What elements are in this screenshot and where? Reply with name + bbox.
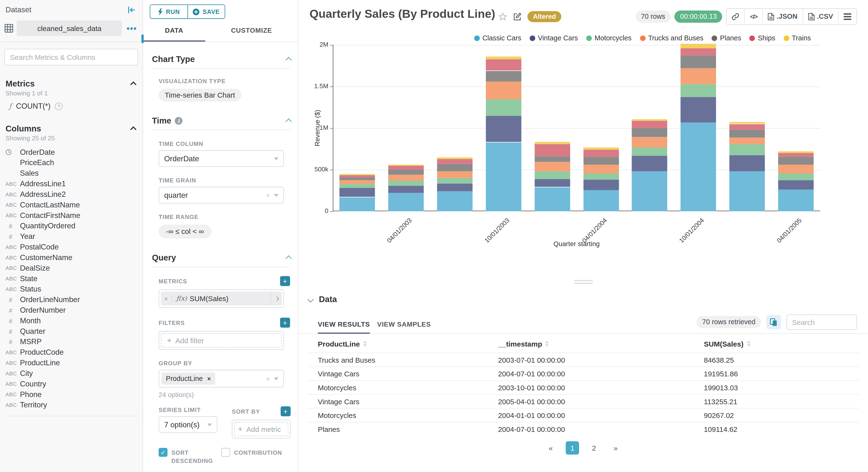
bar-segment[interactable]	[730, 122, 765, 124]
table-row[interactable]: Vintage Cars2005-04-01 00:00:00113255.21	[307, 394, 859, 408]
bar-segment[interactable]	[486, 116, 521, 142]
bar-segment[interactable]	[340, 175, 375, 178]
time-grain-select[interactable]: quarter ×	[159, 187, 284, 203]
bar-segment[interactable]	[486, 57, 521, 59]
tab-view-results[interactable]: VIEW RESULTS	[318, 320, 370, 334]
copy-icon[interactable]	[767, 315, 781, 329]
column-item[interactable]: #OrderNumber	[0, 305, 143, 316]
column-item[interactable]: #Month	[0, 316, 143, 326]
bar-segment[interactable]	[583, 157, 619, 165]
bar-segment[interactable]	[388, 181, 424, 186]
column-item[interactable]: Sales	[0, 168, 143, 179]
run-button[interactable]: RUN	[150, 5, 187, 18]
help-icon[interactable]: ?	[55, 102, 63, 110]
chevron-right-icon[interactable]	[271, 291, 282, 306]
add-sort-metric-icon[interactable]: +	[281, 406, 291, 416]
bar-segment[interactable]	[632, 171, 668, 211]
bar-segment[interactable]	[486, 71, 521, 82]
page-button[interactable]: 1	[566, 441, 579, 454]
column-item[interactable]: ABCProductCode	[0, 347, 143, 357]
column-item[interactable]: ABCContactFirstName	[0, 210, 143, 221]
bar-segment[interactable]	[730, 144, 765, 155]
page-nav-button[interactable]: »	[609, 441, 622, 454]
column-item[interactable]: ABCProductLine	[0, 357, 143, 368]
metric-item[interactable]: ƒ COUNT(*) ?	[0, 96, 143, 110]
tab-view-samples[interactable]: VIEW SAMPLES	[377, 320, 431, 328]
sort-descending-checkbox[interactable]: ✓	[159, 448, 167, 457]
column-header[interactable]: SUM(Sales)	[704, 340, 859, 348]
chevron-up-icon[interactable]	[285, 57, 292, 63]
bar-segment[interactable]	[437, 159, 472, 164]
table-row[interactable]: Motorcycles2004-01-01 00:00:0090267.02	[307, 408, 859, 422]
bar-segment[interactable]	[534, 187, 570, 211]
column-item[interactable]: ABCCity	[0, 368, 143, 379]
chevron-up-icon[interactable]	[285, 118, 292, 125]
bar-segment[interactable]	[534, 179, 570, 187]
metric-pill[interactable]: × ƒ(x) SUM(Sales)	[161, 291, 282, 306]
tab-customize[interactable]: CUSTOMIZE	[205, 27, 298, 41]
bar-segment[interactable]	[534, 156, 570, 162]
column-item[interactable]: ABCTerritory	[0, 400, 143, 410]
column-item[interactable]: ABCStatus	[0, 284, 143, 294]
bar-segment[interactable]	[486, 82, 521, 99]
bar-segment[interactable]	[681, 44, 716, 48]
bar-segment[interactable]	[437, 184, 472, 191]
dataset-name[interactable]: cleaned_sales_data	[17, 21, 122, 36]
save-button[interactable]: SAVE	[187, 5, 225, 18]
sidebar-resize-handle[interactable]	[142, 34, 144, 43]
clear-icon[interactable]: ×	[266, 374, 270, 383]
bar-segment[interactable]	[583, 148, 619, 150]
column-item[interactable]: ABCAddressLine2	[0, 189, 143, 200]
add-filter-icon[interactable]: +	[280, 318, 290, 328]
column-item[interactable]: ABCState	[0, 273, 143, 284]
bar-segment[interactable]	[340, 178, 375, 180]
bar-segment[interactable]	[681, 56, 716, 68]
chevron-up-icon[interactable]	[130, 126, 136, 132]
bar-segment[interactable]	[437, 157, 472, 159]
column-item[interactable]: #OrderLineNumber	[0, 294, 143, 305]
visualization-type-value[interactable]: Time-series Bar Chart	[159, 89, 241, 101]
bar-segment[interactable]	[730, 138, 765, 145]
column-item[interactable]: #Year	[0, 231, 143, 242]
time-range-value[interactable]: -∞ ≤ col < ∞	[159, 224, 211, 239]
bar-segment[interactable]	[778, 174, 814, 180]
column-item[interactable]: ABCAddressLine1	[0, 179, 143, 189]
bar-segment[interactable]	[730, 171, 765, 211]
bar-segment[interactable]	[730, 124, 765, 130]
collapse-sidebar-icon[interactable]	[128, 6, 136, 13]
bar-segment[interactable]	[583, 174, 619, 180]
search-metrics-columns[interactable]	[4, 49, 138, 65]
bar-segment[interactable]	[437, 171, 472, 178]
bar-segment[interactable]	[340, 184, 375, 188]
column-item[interactable]: ABCContactLastName	[0, 199, 143, 210]
group-by-tag[interactable]: ProductLine×	[161, 373, 215, 385]
bar-segment[interactable]	[632, 121, 668, 128]
page-button[interactable]: 2	[587, 441, 601, 454]
sort-icon[interactable]	[747, 341, 750, 347]
bar-segment[interactable]	[583, 165, 619, 174]
bar-segment[interactable]	[583, 180, 619, 190]
panel-resize-handle[interactable]	[574, 280, 592, 285]
table-search-input[interactable]	[792, 318, 851, 326]
page-nav-button[interactable]: «	[544, 441, 557, 454]
table-row[interactable]: Planes2004-07-01 00:00:00109114.62	[307, 422, 859, 436]
bar-segment[interactable]	[340, 180, 375, 184]
series-limit-select[interactable]: 7 option(s)	[159, 416, 218, 433]
bar-segment[interactable]	[778, 153, 814, 157]
table-row[interactable]: Trucks and Buses2003-07-01 00:00:0084638…	[307, 352, 859, 367]
bar-segment[interactable]	[632, 156, 668, 171]
bar-segment[interactable]	[534, 162, 570, 171]
column-item[interactable]: ABCCustomerName	[0, 252, 143, 263]
column-item[interactable]: #Quarter	[0, 326, 143, 337]
column-item[interactable]: #MSRP	[0, 337, 143, 347]
bar-segment[interactable]	[778, 190, 814, 211]
bar-segment[interactable]	[730, 130, 765, 138]
bar-segment[interactable]	[388, 164, 424, 166]
bar-segment[interactable]	[437, 191, 472, 211]
column-header[interactable]: ProductLine	[307, 340, 498, 348]
bar-segment[interactable]	[632, 119, 668, 121]
table-search[interactable]	[786, 314, 857, 330]
bar-segment[interactable]	[340, 174, 375, 175]
bar-segment[interactable]	[778, 165, 814, 174]
bar-segment[interactable]	[632, 137, 668, 148]
